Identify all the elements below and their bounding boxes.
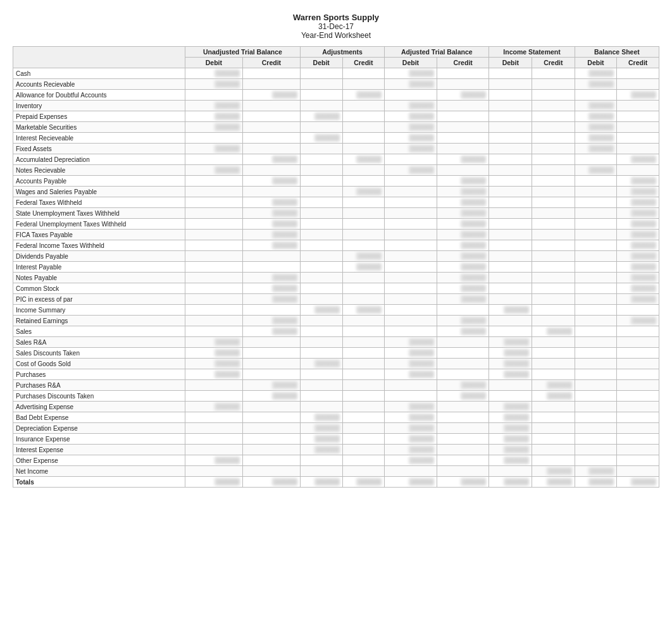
is-debit-cell xyxy=(489,219,532,230)
atb-debit-cell: ###### xyxy=(385,337,437,348)
utb-debit-cell xyxy=(185,240,242,251)
account-label: Sales xyxy=(13,326,185,337)
adj-debit-cell xyxy=(300,337,342,348)
is-credit-cell xyxy=(532,369,575,380)
bs-credit-cell: ###### xyxy=(617,208,659,219)
utb-debit-cell xyxy=(185,133,242,144)
adjusted-trial-balance-header: Adjusted Trial Balance xyxy=(385,47,489,58)
utb-debit-cell: ###### xyxy=(185,402,242,412)
is-debit-cell xyxy=(489,391,532,402)
adj-debit-cell: ###### xyxy=(300,111,342,122)
is-credit-cell xyxy=(532,412,575,423)
is-credit-cell xyxy=(532,402,575,412)
adj-debit-cell xyxy=(300,219,342,230)
bs-debit-cell: ###### xyxy=(575,144,617,154)
bs-credit-cell xyxy=(617,79,659,90)
is-debit-cell xyxy=(489,316,532,326)
is-debit-cell xyxy=(489,230,532,240)
is-credit-cell xyxy=(532,230,575,240)
bs-credit-header: Credit xyxy=(617,58,659,68)
bs-debit-cell xyxy=(575,316,617,326)
atb-debit-cell xyxy=(385,251,437,262)
atb-debit-cell: ###### xyxy=(385,445,437,455)
is-credit-cell xyxy=(532,273,575,283)
adj-credit-cell xyxy=(342,101,385,111)
is-debit-cell xyxy=(489,187,532,197)
is-credit-cell: ###### xyxy=(532,380,575,391)
is-debit-cell: ###### xyxy=(489,369,532,380)
atb-debit-cell: ###### xyxy=(385,359,437,369)
atb-credit-cell: ###### xyxy=(437,240,489,251)
utb-credit-cell xyxy=(242,133,300,144)
account-label: Federal Income Taxes Withheld xyxy=(13,240,185,251)
adj-credit-cell xyxy=(342,423,385,434)
is-debit-cell xyxy=(489,240,532,251)
adj-debit-cell: ###### xyxy=(300,359,342,369)
account-label: Allowance for Doubtful Accounts xyxy=(13,90,185,101)
account-label: Prepaid Expenses xyxy=(13,111,185,122)
atb-credit-cell: ###### xyxy=(437,154,489,165)
is-debit-cell xyxy=(489,133,532,144)
atb-debit-cell xyxy=(385,219,437,230)
adj-debit-cell: ###### xyxy=(300,133,342,144)
atb-debit-cell xyxy=(385,391,437,402)
utb-credit-cell xyxy=(242,251,300,262)
utb-debit-cell xyxy=(185,423,242,434)
utb-credit-cell xyxy=(242,348,300,359)
atb-credit-cell xyxy=(437,402,489,412)
utb-credit-cell: ###### xyxy=(242,90,300,101)
atb-debit-cell xyxy=(385,466,437,477)
utb-debit-cell: ###### xyxy=(185,111,242,122)
total-atb-credit: ###### xyxy=(437,477,489,488)
adj-credit-cell xyxy=(342,294,385,305)
atb-credit-cell: ###### xyxy=(437,380,489,391)
bs-credit-cell xyxy=(617,391,659,402)
total-adj-debit: ###### xyxy=(300,477,342,488)
utb-credit-cell xyxy=(242,412,300,423)
account-label: Accumulated Depreciation xyxy=(13,154,185,165)
account-label: Common Stock xyxy=(13,283,185,294)
bs-debit-cell xyxy=(575,369,617,380)
bs-credit-cell xyxy=(617,133,659,144)
utb-debit-cell xyxy=(185,391,242,402)
utb-credit-cell xyxy=(242,101,300,111)
bs-debit-cell: ###### xyxy=(575,466,617,477)
bs-debit-cell: ###### xyxy=(575,133,617,144)
bs-debit-cell xyxy=(575,445,617,455)
company-name: Warren Sports Supply xyxy=(13,13,659,22)
is-debit-cell xyxy=(489,283,532,294)
account-label: Interest Expense xyxy=(13,445,185,455)
adj-debit-cell xyxy=(300,326,342,337)
adj-credit-cell xyxy=(342,445,385,455)
account-label: Cash xyxy=(13,68,185,79)
bs-credit-cell xyxy=(617,466,659,477)
adj-credit-cell xyxy=(342,402,385,412)
atb-credit-cell xyxy=(437,305,489,316)
bs-debit-cell xyxy=(575,90,617,101)
is-debit-cell xyxy=(489,262,532,273)
utb-credit-cell xyxy=(242,165,300,176)
bs-credit-cell xyxy=(617,380,659,391)
bs-credit-cell: ###### xyxy=(617,230,659,240)
utb-credit-cell: ###### xyxy=(242,326,300,337)
utb-credit-cell xyxy=(242,445,300,455)
utb-credit-cell xyxy=(242,423,300,434)
bs-credit-cell: ###### xyxy=(617,90,659,101)
bs-debit-cell xyxy=(575,402,617,412)
utb-debit-cell xyxy=(185,434,242,445)
adj-debit-cell: ###### xyxy=(300,423,342,434)
atb-credit-cell: ###### xyxy=(437,294,489,305)
utb-credit-cell xyxy=(242,68,300,79)
balance-sheet-header: Balance Sheet xyxy=(575,47,659,58)
atb-credit-cell: ###### xyxy=(437,230,489,240)
adj-debit-cell xyxy=(300,262,342,273)
atb-credit-cell xyxy=(437,348,489,359)
account-label: Dividends Payable xyxy=(13,251,185,262)
utb-credit-cell xyxy=(242,455,300,466)
adj-credit-cell xyxy=(342,165,385,176)
account-label: Notes Payable xyxy=(13,273,185,283)
adj-debit-cell: ###### xyxy=(300,305,342,316)
adj-credit-cell xyxy=(342,240,385,251)
atb-debit-cell xyxy=(385,294,437,305)
utb-credit-cell: ###### xyxy=(242,176,300,187)
